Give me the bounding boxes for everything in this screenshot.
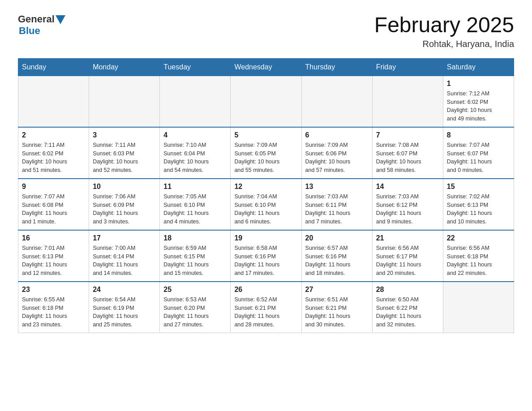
svg-marker-0 bbox=[56, 15, 65, 24]
calendar-cell: 23Sunrise: 6:55 AM Sunset: 6:18 PM Dayli… bbox=[18, 282, 89, 333]
calendar-week-row: 1Sunrise: 7:12 AM Sunset: 6:02 PM Daylig… bbox=[18, 76, 514, 127]
day-info: Sunrise: 6:54 AM Sunset: 6:19 PM Dayligh… bbox=[93, 295, 156, 329]
day-info: Sunrise: 7:11 AM Sunset: 6:03 PM Dayligh… bbox=[93, 141, 156, 175]
calendar-cell: 12Sunrise: 7:04 AM Sunset: 6:10 PM Dayli… bbox=[231, 179, 301, 230]
day-info: Sunrise: 6:52 AM Sunset: 6:21 PM Dayligh… bbox=[234, 295, 297, 329]
day-number: 4 bbox=[163, 131, 227, 139]
calendar-cell: 10Sunrise: 7:06 AM Sunset: 6:09 PM Dayli… bbox=[89, 179, 160, 230]
calendar-cell bbox=[89, 76, 160, 127]
day-number: 17 bbox=[93, 234, 156, 242]
calendar-cell bbox=[18, 76, 89, 127]
calendar-cell bbox=[301, 76, 372, 127]
calendar-cell: 15Sunrise: 7:02 AM Sunset: 6:13 PM Dayli… bbox=[443, 179, 514, 230]
calendar-table: SundayMondayTuesdayWednesdayThursdayFrid… bbox=[18, 58, 514, 333]
day-number: 21 bbox=[376, 234, 439, 242]
day-info: Sunrise: 7:02 AM Sunset: 6:13 PM Dayligh… bbox=[447, 193, 510, 226]
weekday-header-friday: Friday bbox=[372, 58, 443, 76]
calendar-cell: 2Sunrise: 7:11 AM Sunset: 6:02 PM Daylig… bbox=[18, 127, 89, 179]
calendar-week-row: 16Sunrise: 7:01 AM Sunset: 6:13 PM Dayli… bbox=[18, 230, 514, 282]
calendar-cell: 6Sunrise: 7:09 AM Sunset: 6:06 PM Daylig… bbox=[301, 127, 372, 179]
day-number: 18 bbox=[163, 234, 227, 242]
calendar-cell bbox=[160, 76, 231, 127]
day-number: 27 bbox=[305, 286, 369, 294]
calendar-cell bbox=[443, 282, 514, 333]
calendar-cell: 19Sunrise: 6:58 AM Sunset: 6:16 PM Dayli… bbox=[231, 230, 301, 282]
logo-triangle-icon bbox=[56, 15, 65, 24]
calendar-week-row: 23Sunrise: 6:55 AM Sunset: 6:18 PM Dayli… bbox=[18, 282, 514, 333]
day-info: Sunrise: 7:06 AM Sunset: 6:09 PM Dayligh… bbox=[93, 193, 156, 226]
logo-blue-text: Blue bbox=[19, 25, 40, 37]
day-number: 28 bbox=[376, 286, 439, 294]
calendar-cell: 1Sunrise: 7:12 AM Sunset: 6:02 PM Daylig… bbox=[443, 76, 514, 127]
day-info: Sunrise: 6:53 AM Sunset: 6:20 PM Dayligh… bbox=[163, 295, 227, 329]
day-info: Sunrise: 7:05 AM Sunset: 6:10 PM Dayligh… bbox=[163, 193, 227, 226]
day-info: Sunrise: 6:51 AM Sunset: 6:21 PM Dayligh… bbox=[305, 295, 369, 329]
day-info: Sunrise: 7:03 AM Sunset: 6:12 PM Dayligh… bbox=[376, 193, 439, 226]
logo-general-text: General bbox=[18, 13, 55, 25]
calendar-cell: 28Sunrise: 6:50 AM Sunset: 6:22 PM Dayli… bbox=[372, 282, 443, 333]
day-number: 14 bbox=[376, 183, 439, 191]
weekday-header-sunday: Sunday bbox=[18, 58, 89, 76]
calendar-cell: 17Sunrise: 7:00 AM Sunset: 6:14 PM Dayli… bbox=[89, 230, 160, 282]
calendar-cell: 25Sunrise: 6:53 AM Sunset: 6:20 PM Dayli… bbox=[160, 282, 231, 333]
day-info: Sunrise: 7:09 AM Sunset: 6:05 PM Dayligh… bbox=[234, 141, 297, 175]
day-info: Sunrise: 6:56 AM Sunset: 6:18 PM Dayligh… bbox=[447, 244, 510, 278]
calendar-cell: 3Sunrise: 7:11 AM Sunset: 6:03 PM Daylig… bbox=[89, 127, 160, 179]
calendar-cell bbox=[372, 76, 443, 127]
calendar-cell: 27Sunrise: 6:51 AM Sunset: 6:21 PM Dayli… bbox=[301, 282, 372, 333]
day-info: Sunrise: 6:58 AM Sunset: 6:16 PM Dayligh… bbox=[234, 244, 297, 278]
day-info: Sunrise: 7:03 AM Sunset: 6:11 PM Dayligh… bbox=[305, 193, 369, 226]
calendar-cell: 26Sunrise: 6:52 AM Sunset: 6:21 PM Dayli… bbox=[231, 282, 301, 333]
calendar-cell: 9Sunrise: 7:07 AM Sunset: 6:08 PM Daylig… bbox=[18, 179, 89, 230]
day-info: Sunrise: 7:08 AM Sunset: 6:07 PM Dayligh… bbox=[376, 141, 439, 175]
day-number: 11 bbox=[163, 183, 227, 191]
day-info: Sunrise: 7:12 AM Sunset: 6:02 PM Dayligh… bbox=[447, 90, 510, 123]
day-info: Sunrise: 7:07 AM Sunset: 6:08 PM Dayligh… bbox=[22, 193, 85, 226]
calendar-cell: 22Sunrise: 6:56 AM Sunset: 6:18 PM Dayli… bbox=[443, 230, 514, 282]
calendar-cell: 13Sunrise: 7:03 AM Sunset: 6:11 PM Dayli… bbox=[301, 179, 372, 230]
weekday-header-row: SundayMondayTuesdayWednesdayThursdayFrid… bbox=[18, 58, 514, 76]
day-number: 22 bbox=[447, 234, 510, 242]
day-number: 25 bbox=[163, 286, 227, 294]
day-info: Sunrise: 7:09 AM Sunset: 6:06 PM Dayligh… bbox=[305, 141, 369, 175]
day-number: 16 bbox=[22, 234, 85, 242]
day-number: 13 bbox=[305, 183, 369, 191]
day-number: 7 bbox=[376, 131, 439, 139]
day-number: 5 bbox=[234, 131, 297, 139]
day-info: Sunrise: 7:04 AM Sunset: 6:10 PM Dayligh… bbox=[234, 193, 297, 226]
calendar-week-row: 9Sunrise: 7:07 AM Sunset: 6:08 PM Daylig… bbox=[18, 179, 514, 230]
calendar-cell: 4Sunrise: 7:10 AM Sunset: 6:04 PM Daylig… bbox=[160, 127, 231, 179]
day-info: Sunrise: 6:56 AM Sunset: 6:17 PM Dayligh… bbox=[376, 244, 439, 278]
day-number: 9 bbox=[22, 183, 85, 191]
weekday-header-tuesday: Tuesday bbox=[160, 58, 231, 76]
calendar-cell: 11Sunrise: 7:05 AM Sunset: 6:10 PM Dayli… bbox=[160, 179, 231, 230]
day-number: 26 bbox=[234, 286, 297, 294]
day-info: Sunrise: 7:07 AM Sunset: 6:07 PM Dayligh… bbox=[447, 141, 510, 175]
day-info: Sunrise: 7:01 AM Sunset: 6:13 PM Dayligh… bbox=[22, 244, 85, 278]
calendar-cell: 7Sunrise: 7:08 AM Sunset: 6:07 PM Daylig… bbox=[372, 127, 443, 179]
day-number: 20 bbox=[305, 234, 369, 242]
day-info: Sunrise: 7:10 AM Sunset: 6:04 PM Dayligh… bbox=[163, 141, 227, 175]
weekday-header-thursday: Thursday bbox=[301, 58, 372, 76]
day-number: 24 bbox=[93, 286, 156, 294]
month-title: February 2025 bbox=[374, 13, 514, 37]
day-info: Sunrise: 6:57 AM Sunset: 6:16 PM Dayligh… bbox=[305, 244, 369, 278]
calendar-cell bbox=[231, 76, 301, 127]
location-subtitle: Rohtak, Haryana, India bbox=[374, 39, 514, 49]
day-number: 12 bbox=[234, 183, 297, 191]
day-info: Sunrise: 7:00 AM Sunset: 6:14 PM Dayligh… bbox=[93, 244, 156, 278]
calendar-cell: 16Sunrise: 7:01 AM Sunset: 6:13 PM Dayli… bbox=[18, 230, 89, 282]
day-number: 3 bbox=[93, 131, 156, 139]
weekday-header-monday: Monday bbox=[89, 58, 160, 76]
day-number: 23 bbox=[22, 286, 85, 294]
day-number: 15 bbox=[447, 183, 510, 191]
calendar-cell: 20Sunrise: 6:57 AM Sunset: 6:16 PM Dayli… bbox=[301, 230, 372, 282]
day-number: 2 bbox=[22, 131, 85, 139]
calendar-cell: 24Sunrise: 6:54 AM Sunset: 6:19 PM Dayli… bbox=[89, 282, 160, 333]
header-right: February 2025 Rohtak, Haryana, India bbox=[374, 13, 514, 49]
day-number: 10 bbox=[93, 183, 156, 191]
calendar-cell: 18Sunrise: 6:59 AM Sunset: 6:15 PM Dayli… bbox=[160, 230, 231, 282]
day-info: Sunrise: 6:50 AM Sunset: 6:22 PM Dayligh… bbox=[376, 295, 439, 329]
calendar-cell: 5Sunrise: 7:09 AM Sunset: 6:05 PM Daylig… bbox=[231, 127, 301, 179]
page-header: General Blue February 2025 Rohtak, Harya… bbox=[18, 13, 514, 49]
